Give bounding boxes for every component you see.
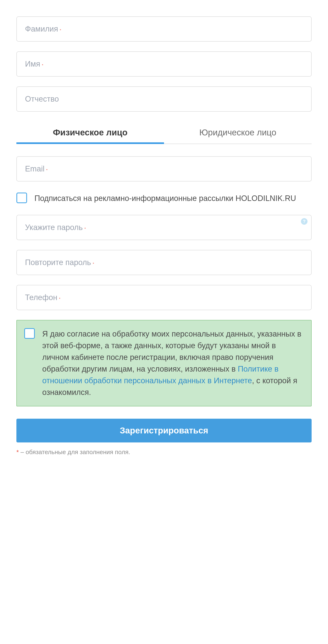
register-button[interactable]: Зарегистрироваться <box>17 419 311 442</box>
tab-individual-label: Физическое лицо <box>53 128 128 137</box>
subscribe-row: Подписаться на рекламно-информационные р… <box>17 191 311 205</box>
phone-field[interactable]: Телефон * <box>17 285 311 310</box>
patronymic-label: Отчество <box>25 95 59 103</box>
required-mark: * <box>59 297 60 301</box>
firstname-label: Имя <box>25 60 40 68</box>
footnote-mark: * <box>17 448 19 455</box>
required-mark: * <box>93 262 94 266</box>
password-field[interactable]: Укажите пароль * ? <box>17 215 311 240</box>
lastname-field[interactable]: Фамилия * <box>17 16 311 42</box>
tab-legal[interactable]: Юридическое лицо <box>164 122 311 144</box>
consent-checkbox[interactable] <box>24 328 35 339</box>
password-repeat-label: Повторите пароль <box>25 258 91 267</box>
email-label: Email <box>25 164 45 173</box>
entity-type-tabs: Физическое лицо Юридическое лицо <box>17 122 311 144</box>
registration-form: Фамилия * Имя * Отчество Физическое лицо… <box>17 16 311 456</box>
required-mark: * <box>42 64 43 67</box>
password-repeat-field[interactable]: Повторите пароль * <box>17 250 311 275</box>
required-mark: * <box>60 29 61 32</box>
password-label: Укажите пароль <box>25 223 83 232</box>
consent-box: Я даю согласие на обработку моих персона… <box>17 320 311 406</box>
phone-label: Телефон <box>25 293 57 302</box>
required-mark: * <box>85 227 86 231</box>
required-mark: * <box>46 168 47 172</box>
patronymic-field[interactable]: Отчество <box>17 86 311 112</box>
register-button-label: Зарегистрироваться <box>120 426 208 435</box>
lastname-label: Фамилия <box>25 24 58 33</box>
subscribe-checkbox[interactable] <box>17 192 27 203</box>
subscribe-label: Подписаться на рекламно-информационные р… <box>35 192 296 204</box>
tab-legal-label: Юридическое лицо <box>199 128 276 137</box>
footnote-text: – обязательные для заполнения поля. <box>19 448 130 455</box>
password-help-icon[interactable]: ? <box>301 218 307 225</box>
firstname-field[interactable]: Имя * <box>17 52 311 76</box>
email-field[interactable]: Email * <box>17 156 311 182</box>
consent-text: Я даю согласие на обработку моих персона… <box>42 328 304 398</box>
required-footnote: * – обязательные для заполнения поля. <box>17 448 311 456</box>
tab-individual[interactable]: Физическое лицо <box>17 122 164 144</box>
